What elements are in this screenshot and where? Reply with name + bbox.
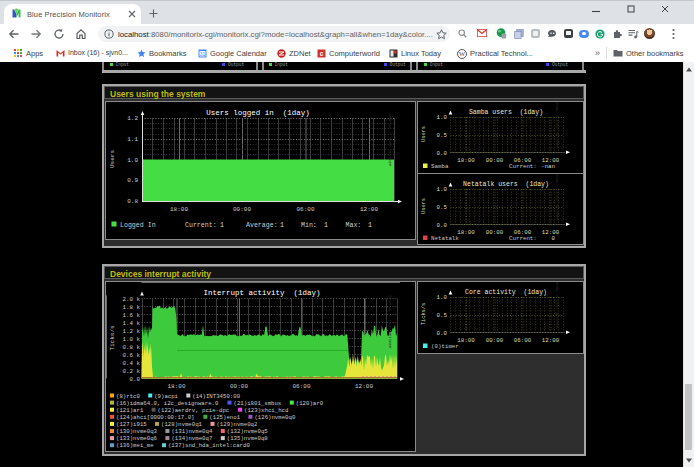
svg-text:RRDTOOL / TOBI OETIKER: RRDTOOL / TOBI OETIKER xyxy=(555,282,559,329)
svg-text:RRDTOOL / TOBI OETIKER: RRDTOOL / TOBI OETIKER xyxy=(388,114,392,167)
svg-text:06:00: 06:00 xyxy=(292,383,310,390)
svg-text:0.9: 0.9 xyxy=(127,177,138,184)
svg-text:(130)nvme0q3: (130)nvme0q3 xyxy=(116,428,158,435)
svg-text:(128)nvme0q1: (128)nvme0q1 xyxy=(161,421,203,428)
svg-text:06:00: 06:00 xyxy=(514,337,532,344)
svg-text:Users: Users xyxy=(421,198,427,214)
svg-text:Samba users (1day): Samba users (1day) xyxy=(469,109,543,116)
svg-text:0.5: 0.5 xyxy=(437,204,448,211)
svg-text:RRDTOOL / TOBI OETIKER: RRDTOOL / TOBI OETIKER xyxy=(388,296,392,349)
svg-text:1.2: 1.2 xyxy=(127,115,138,122)
svg-text:(0)timer: (0)timer xyxy=(431,343,459,350)
svg-text:0.2 k: 0.2 k xyxy=(123,368,141,375)
svg-text:Netatalk: Netatalk xyxy=(431,235,459,242)
svg-text:Ticks/s: Ticks/s xyxy=(109,325,116,351)
svg-text:0.4 k: 0.4 k xyxy=(123,360,141,367)
svg-text:(14)INT3450:00: (14)INT3450:00 xyxy=(192,393,240,400)
svg-text:00:00: 00:00 xyxy=(486,157,504,164)
svg-text:18:00: 18:00 xyxy=(457,229,475,236)
svg-text:(121)ar1: (121)ar1 xyxy=(116,407,144,414)
svg-text:(125)eno1: (125)eno1 xyxy=(209,414,240,421)
svg-text:Core activity (1day): Core activity (1day) xyxy=(465,289,547,296)
svg-text:00:00: 00:00 xyxy=(233,206,251,213)
svg-text:1: 1 xyxy=(280,222,284,229)
svg-text:00:00: 00:00 xyxy=(486,229,504,236)
svg-text:(124)ahci[0000:00:17.0]: (124)ahci[0000:00:17.0] xyxy=(116,414,195,421)
svg-text:Current:: Current: xyxy=(509,235,537,242)
svg-text:18:00: 18:00 xyxy=(170,206,188,213)
svg-text:12:00: 12:00 xyxy=(542,337,560,344)
svg-text:Current:: Current: xyxy=(509,163,537,170)
svg-text:18:00: 18:00 xyxy=(457,337,475,344)
svg-text:0.0: 0.0 xyxy=(437,330,448,337)
svg-text:0.0: 0.0 xyxy=(437,222,448,229)
svg-text:(127)i915: (127)i915 xyxy=(116,421,147,428)
svg-text:0.0: 0.0 xyxy=(130,376,141,383)
svg-text:(131)nvme0q4: (131)nvme0q4 xyxy=(171,428,213,435)
svg-text:0.5: 0.5 xyxy=(437,132,448,139)
svg-text:-nan: -nan xyxy=(541,163,555,170)
svg-text:(126)nvme0q0: (126)nvme0q0 xyxy=(254,414,296,421)
svg-text:Users: Users xyxy=(109,150,116,168)
svg-text:(123)xhci_hcd: (123)xhci_hcd xyxy=(244,407,288,414)
svg-text:0.8: 0.8 xyxy=(127,198,138,205)
svg-text:(8)rtc0: (8)rtc0 xyxy=(116,393,140,400)
svg-text:Ticks/s: Ticks/s xyxy=(421,303,427,326)
svg-text:(136)mei_me: (136)mei_me xyxy=(116,442,154,449)
svg-text:1.0: 1.0 xyxy=(437,186,448,193)
svg-text:(122)aerdrv, pcie-dpc: (122)aerdrv, pcie-dpc xyxy=(158,407,230,414)
svg-text:1.0: 1.0 xyxy=(437,114,448,121)
svg-text:(9)acpi: (9)acpi xyxy=(154,393,178,400)
svg-text:Current:: Current: xyxy=(185,222,217,229)
svg-text:Interrupt activity (1day): Interrupt activity (1day) xyxy=(203,289,320,297)
svg-text:(21)i801_smbus: (21)i801_smbus xyxy=(234,400,282,407)
svg-text:00:00: 00:00 xyxy=(230,383,248,390)
svg-text:00:00: 00:00 xyxy=(486,337,504,344)
svg-text:18:00: 18:00 xyxy=(457,157,475,164)
svg-text:12:00: 12:00 xyxy=(355,383,373,390)
svg-text:1.8 k: 1.8 k xyxy=(123,304,141,311)
svg-text:(129)nvme0q2: (129)nvme0q2 xyxy=(216,421,258,428)
svg-text:(16)idma64.0, i2c_designware.0: (16)idma64.0, i2c_designware.0 xyxy=(116,400,219,407)
svg-text:1.4 k: 1.4 k xyxy=(123,320,141,327)
svg-text:1.1: 1.1 xyxy=(127,136,138,143)
svg-text:(133)nvme0q6: (133)nvme0q6 xyxy=(116,435,158,442)
svg-text:c: c xyxy=(320,50,324,57)
svg-text:Average:: Average: xyxy=(246,222,278,229)
svg-text:0.5: 0.5 xyxy=(437,312,448,319)
svg-text:0: 0 xyxy=(552,235,556,242)
svg-text:12:00: 12:00 xyxy=(360,206,378,213)
svg-text:RRDTOOL / TOBI OETIKER: RRDTOOL / TOBI OETIKER xyxy=(555,102,559,149)
svg-text:(135)nvme0q8: (135)nvme0q8 xyxy=(227,435,269,442)
svg-text:1: 1 xyxy=(324,222,328,229)
svg-text:1.6 k: 1.6 k xyxy=(123,312,141,319)
svg-text:(120)ar0: (120)ar0 xyxy=(296,400,324,407)
svg-text:06:00: 06:00 xyxy=(296,206,314,213)
svg-text:0.6 k: 0.6 k xyxy=(123,352,141,359)
svg-text:Samba: Samba xyxy=(431,163,449,170)
svg-text:31: 31 xyxy=(200,50,206,56)
svg-text:(132)nvme0q5: (132)nvme0q5 xyxy=(227,428,269,435)
svg-text:Users logged in (1day): Users logged in (1day) xyxy=(206,109,310,117)
svg-text:1: 1 xyxy=(220,222,224,229)
svg-text:Min:: Min: xyxy=(301,222,317,229)
svg-text:1.2 k: 1.2 k xyxy=(123,328,141,335)
svg-text:Netatalk users (1day): Netatalk users (1day) xyxy=(463,181,549,188)
svg-text:0.8 k: 0.8 k xyxy=(123,344,141,351)
svg-text:0.0: 0.0 xyxy=(437,150,448,157)
svg-text:(137)snd_hda_intel:card0: (137)snd_hda_intel:card0 xyxy=(168,442,251,449)
svg-text:1.0: 1.0 xyxy=(127,157,138,164)
svg-text:RRDTOOL / TOBI OETIKER: RRDTOOL / TOBI OETIKER xyxy=(555,174,559,221)
svg-text:2.0 k: 2.0 k xyxy=(123,296,141,303)
svg-text:1.0 k: 1.0 k xyxy=(123,336,141,343)
svg-text:1: 1 xyxy=(368,222,372,229)
svg-text:Users: Users xyxy=(421,126,427,142)
svg-text:1.0: 1.0 xyxy=(437,294,448,301)
svg-text:W: W xyxy=(459,50,466,57)
svg-text:Max:: Max: xyxy=(346,222,362,229)
svg-text:(134)nvme0q7: (134)nvme0q7 xyxy=(171,435,212,442)
svg-text:18:00: 18:00 xyxy=(167,383,185,390)
svg-text:Logged In: Logged In xyxy=(120,222,156,229)
